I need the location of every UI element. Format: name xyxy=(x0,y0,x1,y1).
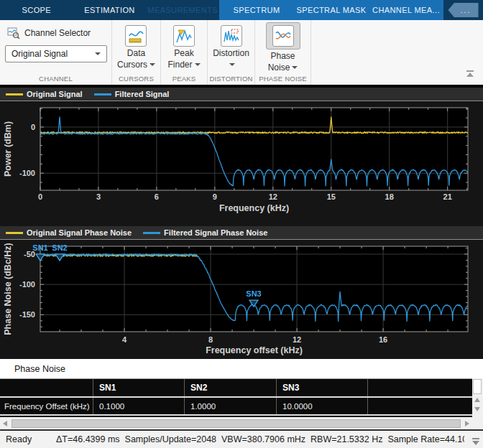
ribbon-section-phase-noise: Phase Noise PHASE NOISE xyxy=(255,20,311,85)
svg-text:-100: -100 xyxy=(19,280,35,289)
legend-line-original-signal xyxy=(6,93,23,95)
svg-text:SN1: SN1 xyxy=(32,243,47,252)
scroll-right-button[interactable] xyxy=(462,417,472,429)
table-horizontal-scrollbar[interactable] xyxy=(0,417,472,429)
horizontal-scroll-thumb[interactable] xyxy=(12,419,461,428)
power-spectrum-plot[interactable]: 0369121518210-100Frequency (kHz)Power (d… xyxy=(0,101,483,226)
distortion-button[interactable]: Distortion xyxy=(213,25,249,70)
chevron-down-icon xyxy=(292,66,298,72)
legend-item-filtered-signal[interactable]: Filtered Signal xyxy=(94,90,170,98)
legend-label: Filtered Signal Phase Noise xyxy=(164,228,267,237)
vertical-scroll-thumb[interactable] xyxy=(473,379,482,394)
channel-selector-icon xyxy=(7,27,20,39)
data-cursors-label-2: Cursors xyxy=(117,60,147,70)
svg-text:12: 12 xyxy=(269,192,277,201)
legend-label: Original Signal Phase Noise xyxy=(27,228,132,237)
svg-text:0: 0 xyxy=(38,192,42,201)
svg-text:16: 16 xyxy=(379,335,387,344)
legend-label: Filtered Signal xyxy=(115,90,170,98)
svg-text:-150: -150 xyxy=(19,310,35,319)
table-header-filler xyxy=(368,379,472,396)
sn3-value: 10.0000 xyxy=(277,398,368,414)
svg-text:4: 4 xyxy=(122,335,127,344)
data-cursors-button[interactable]: Data Cursors xyxy=(117,25,155,70)
phase-noise-plot-legend: Original Signal Phase Noise Filtered Sig… xyxy=(0,226,483,240)
section-label-channel: CHANNEL xyxy=(0,75,111,83)
tab-scope[interactable]: SCOPE xyxy=(0,0,73,20)
tab-spectrum[interactable]: SPECTRUM xyxy=(219,0,294,20)
table-header-sn1: SN1 xyxy=(93,379,185,396)
peak-finder-label-2: Finder xyxy=(167,60,192,70)
status-stats: ΔT=46.4399 ms Samples/Update=2048 VBW=38… xyxy=(56,434,464,444)
ribbon-section-cursors: Data Cursors CURSORS xyxy=(112,20,161,85)
channel-selector-label: Channel Selector xyxy=(24,28,91,38)
scroll-down-icon[interactable] xyxy=(474,407,480,411)
channel-dropdown-value: Original Signal xyxy=(12,49,68,59)
table-vertical-scrollbar[interactable] xyxy=(472,378,483,417)
row-filler xyxy=(368,398,472,414)
phase-noise-button[interactable]: Phase Noise xyxy=(266,25,300,73)
svg-text:Phase Noise (dBc/Hz): Phase Noise (dBc/Hz) xyxy=(3,243,13,335)
svg-text:6: 6 xyxy=(155,192,159,201)
phase-noise-icon xyxy=(272,25,294,47)
svg-text:15: 15 xyxy=(327,192,336,201)
section-label-cursors: CURSORS xyxy=(112,75,160,83)
ribbon-empty-area xyxy=(311,20,483,85)
sn2-value: 1.0000 xyxy=(185,398,277,414)
dock-down-icon[interactable] xyxy=(471,436,481,448)
chevron-down-icon xyxy=(195,63,201,69)
status-state: Ready xyxy=(6,434,56,444)
tab-overflow-button[interactable]: ... xyxy=(448,3,479,17)
ribbon-section-channel: Channel Selector Original Signal CHANNEL xyxy=(0,20,112,85)
scroll-left-icon xyxy=(3,421,7,426)
legend-item-filtered-phase-noise[interactable]: Filtered Signal Phase Noise xyxy=(143,228,267,237)
svg-text:SN2: SN2 xyxy=(52,243,67,252)
tab-bar: SCOPE ESTIMATION MEASUREMENTS SPECTRUM S… xyxy=(0,0,483,20)
tab-zone-left: SCOPE ESTIMATION MEASUREMENTS xyxy=(0,0,219,20)
tab-estimation[interactable]: ESTIMATION xyxy=(73,0,147,20)
spectrum-analyzer-window: SCOPE ESTIMATION MEASUREMENTS SPECTRUM S… xyxy=(0,0,483,448)
table-header-empty xyxy=(0,379,93,396)
channel-selector-button[interactable]: Channel Selector xyxy=(7,27,91,39)
power-plot-legend: Original Signal Filtered Signal xyxy=(0,88,483,101)
ribbon-section-distortion: Distortion DISTORTION xyxy=(208,20,255,85)
peak-finder-button[interactable]: Peak Finder xyxy=(167,25,200,70)
legend-line-filtered-phase-noise xyxy=(143,232,160,234)
table-row-frequency-offset: Frequency Offset (kHz) 0.1000 1.0000 10.… xyxy=(0,398,472,416)
scroll-up-icon[interactable] xyxy=(474,398,480,402)
data-cursors-label-1: Data xyxy=(127,48,145,58)
svg-text:8: 8 xyxy=(208,335,213,344)
phase-noise-label-2: Noise xyxy=(268,62,290,73)
svg-text:0: 0 xyxy=(31,123,35,131)
svg-text:Frequency offset (kHz): Frequency offset (kHz) xyxy=(206,345,303,355)
legend-item-original-signal[interactable]: Original Signal xyxy=(6,90,83,98)
scroll-right-icon xyxy=(465,421,469,426)
tab-channel-measurements[interactable]: CHANNEL MEA... xyxy=(369,0,443,20)
table-header-sn3: SN3 xyxy=(277,379,368,396)
svg-text:-100: -100 xyxy=(19,169,35,177)
phase-noise-label-1: Phase xyxy=(270,51,295,61)
phase-noise-plot[interactable]: 481216-50-100-150Frequency offset (kHz)P… xyxy=(0,240,483,359)
svg-text:21: 21 xyxy=(443,192,452,201)
distortion-icon xyxy=(221,25,242,47)
svg-text:9: 9 xyxy=(213,192,217,201)
legend-item-original-phase-noise[interactable]: Original Signal Phase Noise xyxy=(6,228,132,237)
status-bar: Ready ΔT=46.4399 ms Samples/Update=2048 … xyxy=(0,429,483,448)
sn1-value: 0.1000 xyxy=(93,398,185,414)
tab-spectral-mask[interactable]: SPECTRAL MASK xyxy=(294,0,369,20)
table-header-sn2: SN2 xyxy=(185,379,277,396)
scroll-left-button[interactable] xyxy=(0,417,10,429)
peak-finder-label-1: Peak xyxy=(174,48,193,58)
svg-text:SN3: SN3 xyxy=(246,289,261,298)
legend-line-filtered-signal xyxy=(94,93,111,95)
distortion-label: Distortion xyxy=(213,48,249,58)
collapse-ribbon-icon[interactable] xyxy=(464,67,476,80)
svg-text:Frequency (kHz): Frequency (kHz) xyxy=(219,203,289,213)
ribbon-toolstrip: Channel Selector Original Signal CHANNEL… xyxy=(0,20,483,85)
tab-measurements[interactable]: MEASUREMENTS xyxy=(146,0,219,20)
chevron-down-icon xyxy=(229,63,235,69)
svg-text:Power (dBm): Power (dBm) xyxy=(3,121,13,177)
svg-text:18: 18 xyxy=(385,192,394,201)
channel-dropdown[interactable]: Original Signal xyxy=(5,45,107,62)
legend-label: Original Signal xyxy=(27,90,83,98)
